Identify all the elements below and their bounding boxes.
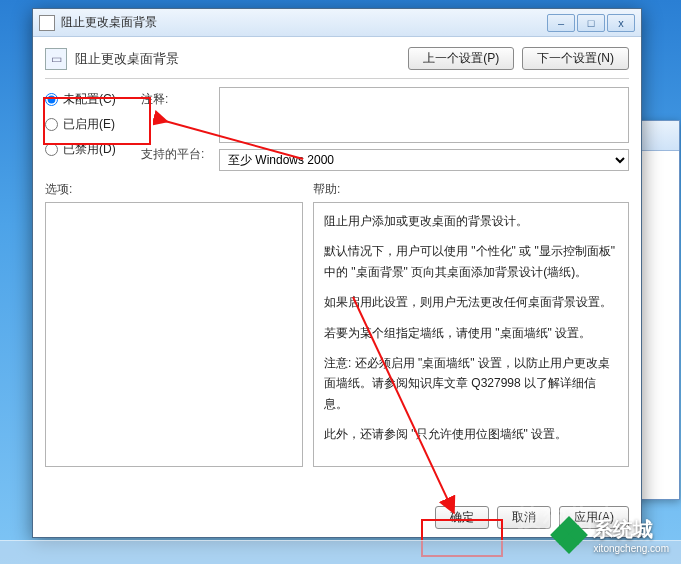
- help-p4: 若要为某个组指定墙纸，请使用 "桌面墙纸" 设置。: [324, 323, 618, 343]
- watermark-text: 系统城: [593, 516, 669, 543]
- radio-enabled-label: 已启用(E): [63, 116, 115, 133]
- help-label: 帮助:: [313, 181, 629, 198]
- help-p2: 默认情况下，用户可以使用 "个性化" 或 "显示控制面板" 中的 "桌面背景" …: [324, 241, 618, 282]
- comment-label: 注释:: [141, 91, 213, 108]
- window-title: 阻止更改桌面背景: [61, 14, 545, 31]
- config-row: 未配置(C) 已启用(E) 已禁用(D) 注释: 支持的平台: 至少 Wind: [45, 87, 629, 171]
- window-icon: [39, 15, 55, 31]
- supported-select[interactable]: 至少 Windows 2000: [219, 149, 629, 171]
- nav-buttons: 上一个设置(P) 下一个设置(N): [408, 47, 629, 70]
- help-p5: 注意: 还必须启用 "桌面墙纸" 设置，以防止用户更改桌面墙纸。请参阅知识库文章…: [324, 353, 618, 414]
- help-pane: 帮助: 阻止用户添加或更改桌面的背景设计。 默认情况下，用户可以使用 "个性化"…: [313, 181, 629, 467]
- help-p3: 如果启用此设置，则用户无法更改任何桌面背景设置。: [324, 292, 618, 312]
- watermark-text-wrap: 系统城 xitongcheng.com: [593, 516, 669, 554]
- close-button[interactable]: x: [607, 14, 635, 32]
- next-setting-button[interactable]: 下一个设置(N): [522, 47, 629, 70]
- comment-textarea[interactable]: [219, 87, 629, 143]
- radio-enabled-input[interactable]: [45, 118, 58, 131]
- help-p1: 阻止用户添加或更改桌面的背景设计。: [324, 211, 618, 231]
- options-pane: 选项:: [45, 181, 303, 467]
- field-inputs: 至少 Windows 2000: [219, 87, 629, 171]
- policy-title: 阻止更改桌面背景: [75, 50, 400, 68]
- divider: [45, 78, 629, 79]
- radio-disabled-label: 已禁用(D): [63, 141, 116, 158]
- titlebar: 阻止更改桌面背景 – □ x: [33, 9, 641, 37]
- ok-button[interactable]: 确定: [435, 506, 489, 529]
- policy-dialog: 阻止更改桌面背景 – □ x ▭ 阻止更改桌面背景 上一个设置(P) 下一个设置…: [32, 8, 642, 538]
- window-controls: – □ x: [545, 14, 635, 32]
- policy-icon: ▭: [45, 48, 67, 70]
- watermark: 系统城 xitongcheng.com: [551, 516, 669, 554]
- watermark-logo-icon: [551, 517, 587, 553]
- help-p6: 此外，还请参阅 "只允许使用位图墙纸" 设置。: [324, 424, 618, 444]
- radio-disabled-input[interactable]: [45, 143, 58, 156]
- field-labels: 注释: 支持的平台:: [141, 87, 213, 171]
- state-radios: 未配置(C) 已启用(E) 已禁用(D): [45, 87, 135, 171]
- lower-panes: 选项: 帮助: 阻止用户添加或更改桌面的背景设计。 默认情况下，用户可以使用 "…: [45, 181, 629, 467]
- options-label: 选项:: [45, 181, 303, 198]
- minimize-button[interactable]: –: [547, 14, 575, 32]
- maximize-button[interactable]: □: [577, 14, 605, 32]
- radio-not-configured-label: 未配置(C): [63, 91, 116, 108]
- watermark-url: xitongcheng.com: [593, 543, 669, 554]
- radio-not-configured[interactable]: 未配置(C): [45, 91, 135, 108]
- radio-enabled[interactable]: 已启用(E): [45, 116, 135, 133]
- radio-not-configured-input[interactable]: [45, 93, 58, 106]
- options-box: [45, 202, 303, 467]
- help-box[interactable]: 阻止用户添加或更改桌面的背景设计。 默认情况下，用户可以使用 "个性化" 或 "…: [313, 202, 629, 467]
- radio-disabled[interactable]: 已禁用(D): [45, 141, 135, 158]
- dialog-body: ▭ 阻止更改桌面背景 上一个设置(P) 下一个设置(N) 未配置(C) 已启用(…: [33, 37, 641, 537]
- policy-header: ▭ 阻止更改桌面背景 上一个设置(P) 下一个设置(N): [45, 47, 629, 70]
- supported-label: 支持的平台:: [141, 146, 213, 163]
- prev-setting-button[interactable]: 上一个设置(P): [408, 47, 514, 70]
